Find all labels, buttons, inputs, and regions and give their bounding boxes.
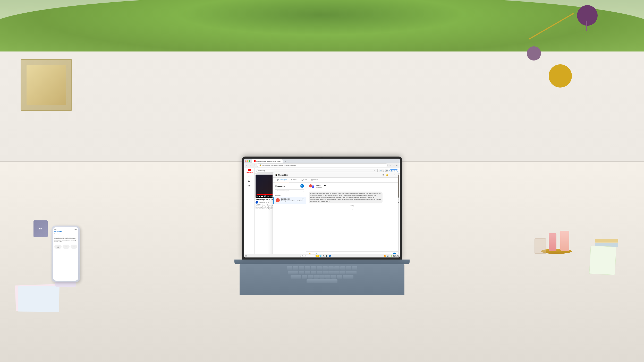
- tab2-label: +: [285, 160, 286, 162]
- prev-button[interactable]: ⏮: [259, 195, 260, 197]
- messages-tab-icon: 💬: [277, 179, 279, 181]
- browser-chrome: Samsung x Paris 2024: Open alwa... × + ‹…: [244, 159, 400, 168]
- minimize-dot[interactable]: [247, 160, 248, 162]
- taskbar-phone-link[interactable]: 📱: [325, 255, 328, 257]
- key: [293, 266, 298, 270]
- enter-key: [343, 275, 353, 279]
- tab-photos[interactable]: 🖼 Photos: [309, 178, 320, 182]
- glass-body: [535, 238, 546, 254]
- close-dot[interactable]: [245, 160, 247, 162]
- yellow-circle: [549, 64, 572, 88]
- bookmark-btn[interactable]: ☆: [388, 164, 392, 167]
- key: [323, 266, 328, 270]
- youtube-sign-in-button[interactable]: 👤 Sign in: [389, 169, 398, 172]
- taskbar-search[interactable]: Search: [300, 255, 316, 257]
- play-button[interactable]: ▶: [257, 195, 258, 197]
- key: [340, 271, 345, 274]
- phone-link-settings-btn[interactable]: ⚙: [382, 173, 385, 176]
- sidebar-home[interactable]: ⌂: [247, 175, 252, 178]
- key: [319, 275, 325, 279]
- refresh-button[interactable]: ↻: [253, 164, 256, 167]
- messages-title: Messages: [275, 185, 285, 187]
- taskbar-chrome[interactable]: 🔵: [328, 255, 331, 257]
- messages-search-input[interactable]: Search messages: [275, 189, 304, 192]
- purple-circle-small: [527, 46, 541, 61]
- browser-tab-active[interactable]: Samsung x Paris 2024: Open alwa... ×: [252, 159, 283, 163]
- search-clear-icon[interactable]: ×: [374, 170, 375, 172]
- start-button[interactable]: ⊞: [245, 255, 247, 257]
- key: [302, 275, 307, 279]
- share-btn[interactable]: Share: [63, 245, 70, 249]
- paper-2: [18, 286, 60, 312]
- tab-messages[interactable]: 💬 Messages: [275, 178, 289, 182]
- taskbar-store[interactable]: 🛍: [322, 255, 325, 257]
- scroll-down-btn[interactable]: ↓: [309, 208, 395, 210]
- conversation-item[interactable]: 010 9312 89 4/14 Recently, there has bee…: [273, 197, 306, 204]
- key: [308, 275, 313, 279]
- phone-link-minimize-btn[interactable]: −: [389, 173, 392, 176]
- compose-message-btn[interactable]: ✎: [300, 184, 304, 188]
- taskbar-file-explorer[interactable]: 📁: [316, 255, 319, 257]
- channel-name[interactable]: Samsung ◎: [259, 202, 267, 203]
- youtube-sidebar: YouTube ⌂ ▶ ☰: [244, 168, 255, 257]
- photos-tab-icon: 🖼: [311, 179, 313, 181]
- key: [311, 266, 316, 270]
- tab-calls[interactable]: 📞 Calls: [299, 178, 309, 182]
- subscriptions-icon: ☰: [248, 185, 250, 188]
- sidebar-shorts[interactable]: ▶: [247, 180, 252, 184]
- sign-in-label: Sign in: [393, 170, 397, 171]
- taskbar-time: 11:12 AM: [393, 254, 399, 256]
- taskbar-sound[interactable]: 🔊: [387, 255, 389, 257]
- chat-view-panel: 010-9312-89.. 2 people bubbling the prod…: [306, 183, 398, 257]
- tab-apps[interactable]: ⊞ Apps: [289, 178, 299, 182]
- youtube-logo[interactable]: YouTube: [245, 169, 253, 173]
- youtube-wordmark: YouTube: [245, 171, 253, 173]
- extensions-btn[interactable]: ⋯: [396, 164, 399, 167]
- notepad: [589, 245, 616, 275]
- key: [352, 266, 357, 270]
- phone-link-title: 📱 Phone Link: [275, 174, 288, 176]
- smartphone: 9:30 ●●●● 010-9312-89 Recently, the Rece…: [52, 226, 85, 282]
- more-btn[interactable]: More: [71, 245, 77, 249]
- phone-link-close-btn[interactable]: ×: [393, 173, 396, 176]
- key: [311, 271, 316, 274]
- next-button[interactable]: ⏭: [261, 195, 263, 197]
- tab-key: [288, 271, 298, 274]
- browser: Samsung x Paris 2024: Open alwa... × + ‹…: [244, 159, 400, 257]
- phone-body: 9:30 ●●●● 010-9312-89 Recently, the Rece…: [52, 226, 80, 282]
- youtube-search-text: samsung: [258, 170, 374, 171]
- maximize-dot[interactable]: [249, 160, 250, 162]
- laptop-screen-inner: Samsung x Paris 2024: Open alwa... × + ‹…: [244, 159, 400, 257]
- key-row-4: [245, 279, 399, 283]
- channel-check: ✓: [268, 202, 269, 203]
- key: [328, 266, 334, 270]
- browser-nav-actions: ☆ ⊙ ⋯: [388, 164, 399, 167]
- phone-screen-content: 9:30 ●●●● 010-9312-89 Recently, the Rece…: [53, 227, 78, 250]
- phone-contact: 010-9312-89: [54, 231, 77, 232]
- back-button[interactable]: ‹: [245, 164, 248, 167]
- laptop-keyboard: [240, 264, 404, 295]
- key: [305, 271, 310, 274]
- chevron-down-icon: ▾: [275, 194, 276, 196]
- phone-link-notification-btn[interactable]: 🔔: [385, 173, 388, 176]
- copy-text-btn[interactable]: Copy Text: [54, 245, 62, 249]
- home-icon: ⌂: [249, 175, 250, 177]
- key: [331, 275, 336, 279]
- yt-logo-icon: [248, 169, 251, 171]
- messages-list-panel: Messages ✎ Search messages ▾: [273, 183, 306, 257]
- address-bar[interactable]: 🔒 https://www.youtube.com/watch?v=openG9…: [257, 163, 388, 167]
- forward-button[interactable]: ›: [249, 164, 252, 167]
- browser-tab-inactive[interactable]: +: [283, 160, 288, 163]
- key-row-1: [245, 266, 399, 270]
- pen-holder: LB: [33, 220, 49, 238]
- key: [317, 266, 322, 270]
- taskbar-start-area: ⊞: [245, 255, 248, 257]
- taskbar-wifi[interactable]: 📶: [384, 255, 386, 257]
- taskbar-edge[interactable]: 🌐: [319, 255, 322, 257]
- profile-btn[interactable]: ⊙: [392, 164, 395, 167]
- chat-avatars: [309, 184, 315, 188]
- taskbar-battery[interactable]: 🔋: [390, 255, 393, 257]
- key: [340, 266, 345, 270]
- volume-button[interactable]: 🔊: [264, 195, 266, 197]
- sidebar-subscriptions[interactable]: ☰: [247, 185, 252, 189]
